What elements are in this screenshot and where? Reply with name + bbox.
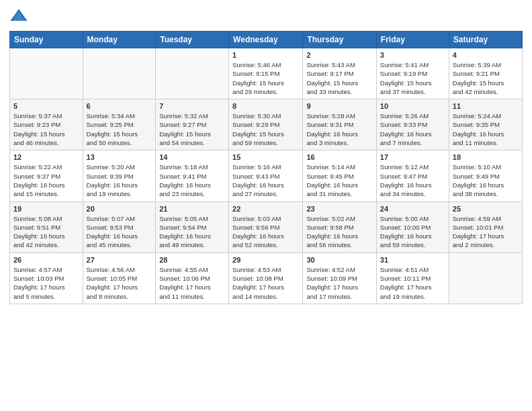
day-number: 11 (453, 102, 519, 110)
col-header-sunday: Sunday (10, 32, 83, 48)
calendar: SundayMondayTuesdayWednesdayThursdayFrid… (9, 31, 523, 304)
day-number: 23 (306, 205, 372, 213)
day-number: 4 (453, 51, 519, 59)
day-number: 12 (13, 153, 79, 161)
day-cell: 2Sunrise: 5:43 AM Sunset: 9:17 PM Daylig… (303, 48, 376, 99)
day-info: Sunrise: 4:56 AM Sunset: 10:05 PM Daylig… (87, 265, 152, 301)
day-info: Sunrise: 5:43 AM Sunset: 9:17 PM Dayligh… (306, 60, 372, 96)
day-info: Sunrise: 4:57 AM Sunset: 10:03 PM Daylig… (13, 265, 79, 301)
day-cell: 3Sunrise: 5:41 AM Sunset: 9:19 PM Daylig… (376, 48, 449, 99)
day-cell: 22Sunrise: 5:03 AM Sunset: 9:56 PM Dayli… (229, 201, 303, 253)
day-info: Sunrise: 5:24 AM Sunset: 9:35 PM Dayligh… (453, 111, 519, 147)
day-number: 5 (13, 102, 79, 110)
day-cell: 30Sunrise: 4:52 AM Sunset: 10:09 PM Dayl… (303, 253, 376, 304)
day-info: Sunrise: 5:32 AM Sunset: 9:27 PM Dayligh… (159, 111, 225, 147)
day-info: Sunrise: 5:41 AM Sunset: 9:19 PM Dayligh… (380, 60, 445, 96)
day-number: 3 (380, 51, 445, 59)
day-info: Sunrise: 4:59 AM Sunset: 10:01 PM Daylig… (453, 214, 519, 250)
day-info: Sunrise: 5:00 AM Sunset: 10:00 PM Daylig… (380, 214, 445, 250)
day-number: 22 (232, 205, 299, 213)
day-number: 30 (306, 256, 372, 264)
day-number: 1 (232, 51, 299, 59)
week-row: 5Sunrise: 5:37 AM Sunset: 9:23 PM Daylig… (10, 99, 523, 150)
day-number: 29 (232, 256, 299, 264)
day-info: Sunrise: 5:39 AM Sunset: 9:21 PM Dayligh… (453, 60, 519, 96)
col-header-monday: Monday (83, 32, 156, 48)
logo-icon (9, 7, 28, 26)
day-number: 25 (453, 205, 519, 213)
day-number: 14 (159, 153, 225, 161)
day-cell (10, 48, 83, 99)
day-number: 9 (306, 102, 372, 110)
day-info: Sunrise: 5:03 AM Sunset: 9:56 PM Dayligh… (232, 214, 299, 250)
day-cell: 14Sunrise: 5:18 AM Sunset: 9:41 PM Dayli… (156, 150, 229, 201)
day-info: Sunrise: 5:30 AM Sunset: 9:29 PM Dayligh… (232, 111, 299, 147)
day-number: 16 (306, 153, 372, 161)
week-row: 1Sunrise: 5:46 AM Sunset: 9:15 PM Daylig… (10, 48, 523, 99)
day-info: Sunrise: 5:16 AM Sunset: 9:43 PM Dayligh… (232, 163, 299, 198)
day-info: Sunrise: 5:08 AM Sunset: 9:51 PM Dayligh… (13, 214, 79, 250)
week-row: 12Sunrise: 5:22 AM Sunset: 9:37 PM Dayli… (10, 150, 523, 201)
week-row: 19Sunrise: 5:08 AM Sunset: 9:51 PM Dayli… (10, 201, 523, 253)
week-row: 26Sunrise: 4:57 AM Sunset: 10:03 PM Dayl… (10, 253, 523, 304)
day-cell (83, 48, 156, 99)
day-info: Sunrise: 5:37 AM Sunset: 9:23 PM Dayligh… (13, 111, 79, 147)
day-number: 15 (232, 153, 299, 161)
day-cell: 23Sunrise: 5:02 AM Sunset: 9:58 PM Dayli… (303, 201, 376, 253)
day-cell: 19Sunrise: 5:08 AM Sunset: 9:51 PM Dayli… (10, 201, 83, 253)
day-cell: 29Sunrise: 4:53 AM Sunset: 10:08 PM Dayl… (229, 253, 303, 304)
day-number: 26 (13, 256, 79, 264)
day-number: 2 (306, 51, 372, 59)
day-number: 13 (87, 153, 152, 161)
day-info: Sunrise: 4:53 AM Sunset: 10:08 PM Daylig… (232, 265, 299, 301)
day-number: 31 (380, 256, 445, 264)
col-header-thursday: Thursday (303, 32, 376, 48)
day-cell: 7Sunrise: 5:32 AM Sunset: 9:27 PM Daylig… (156, 99, 229, 150)
day-cell: 26Sunrise: 4:57 AM Sunset: 10:03 PM Dayl… (10, 253, 83, 304)
day-info: Sunrise: 5:10 AM Sunset: 9:49 PM Dayligh… (453, 163, 519, 198)
day-number: 6 (87, 102, 152, 110)
col-header-friday: Friday (376, 32, 449, 48)
day-number: 28 (159, 256, 225, 264)
day-number: 10 (380, 102, 445, 110)
col-header-saturday: Saturday (449, 32, 522, 48)
day-cell: 16Sunrise: 5:14 AM Sunset: 9:45 PM Dayli… (303, 150, 376, 201)
day-cell: 4Sunrise: 5:39 AM Sunset: 9:21 PM Daylig… (449, 48, 522, 99)
day-info: Sunrise: 4:55 AM Sunset: 10:06 PM Daylig… (159, 265, 225, 301)
logo (9, 7, 31, 26)
day-info: Sunrise: 5:28 AM Sunset: 9:31 PM Dayligh… (306, 111, 372, 147)
day-cell: 10Sunrise: 5:26 AM Sunset: 9:33 PM Dayli… (376, 99, 449, 150)
day-info: Sunrise: 5:20 AM Sunset: 9:39 PM Dayligh… (87, 163, 152, 198)
day-info: Sunrise: 5:18 AM Sunset: 9:41 PM Dayligh… (159, 163, 225, 198)
day-cell: 6Sunrise: 5:34 AM Sunset: 9:25 PM Daylig… (83, 99, 156, 150)
header (9, 7, 523, 26)
day-info: Sunrise: 5:02 AM Sunset: 9:58 PM Dayligh… (306, 214, 372, 250)
day-cell: 20Sunrise: 5:07 AM Sunset: 9:53 PM Dayli… (83, 201, 156, 253)
day-number: 17 (380, 153, 445, 161)
day-info: Sunrise: 5:14 AM Sunset: 9:45 PM Dayligh… (306, 163, 372, 198)
day-cell: 11Sunrise: 5:24 AM Sunset: 9:35 PM Dayli… (449, 99, 522, 150)
day-cell: 17Sunrise: 5:12 AM Sunset: 9:47 PM Dayli… (376, 150, 449, 201)
day-number: 21 (159, 205, 225, 213)
day-info: Sunrise: 5:05 AM Sunset: 9:54 PM Dayligh… (159, 214, 225, 250)
day-cell: 25Sunrise: 4:59 AM Sunset: 10:01 PM Dayl… (449, 201, 522, 253)
day-info: Sunrise: 4:51 AM Sunset: 10:11 PM Daylig… (380, 265, 445, 301)
day-number: 20 (87, 205, 152, 213)
page: SundayMondayTuesdayWednesdayThursdayFrid… (0, 0, 532, 411)
day-cell: 31Sunrise: 4:51 AM Sunset: 10:11 PM Dayl… (376, 253, 449, 304)
day-info: Sunrise: 5:46 AM Sunset: 9:15 PM Dayligh… (232, 60, 299, 96)
header-row: SundayMondayTuesdayWednesdayThursdayFrid… (10, 32, 523, 48)
day-cell: 28Sunrise: 4:55 AM Sunset: 10:06 PM Dayl… (156, 253, 229, 304)
day-cell: 8Sunrise: 5:30 AM Sunset: 9:29 PM Daylig… (229, 99, 303, 150)
day-info: Sunrise: 5:22 AM Sunset: 9:37 PM Dayligh… (13, 163, 79, 198)
day-info: Sunrise: 5:34 AM Sunset: 9:25 PM Dayligh… (87, 111, 152, 147)
day-cell: 13Sunrise: 5:20 AM Sunset: 9:39 PM Dayli… (83, 150, 156, 201)
day-cell (449, 253, 522, 304)
day-info: Sunrise: 4:52 AM Sunset: 10:09 PM Daylig… (306, 265, 372, 301)
day-cell: 5Sunrise: 5:37 AM Sunset: 9:23 PM Daylig… (10, 99, 83, 150)
day-number: 24 (380, 205, 445, 213)
day-cell: 1Sunrise: 5:46 AM Sunset: 9:15 PM Daylig… (229, 48, 303, 99)
day-cell: 18Sunrise: 5:10 AM Sunset: 9:49 PM Dayli… (449, 150, 522, 201)
day-number: 19 (13, 205, 79, 213)
day-cell: 12Sunrise: 5:22 AM Sunset: 9:37 PM Dayli… (10, 150, 83, 201)
